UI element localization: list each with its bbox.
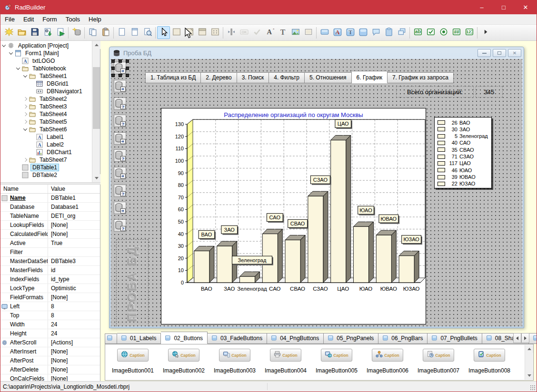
palette-imagebutton004[interactable]: Caption: [270, 349, 301, 362]
palette-tab-02-buttons[interactable]: 02_Buttons: [161, 332, 208, 344]
tree-item-dbtable1[interactable]: DBTable1: [0, 164, 92, 171]
menu-item-file[interactable]: File: [0, 15, 19, 24]
property-row-active[interactable]: ActiveTrue: [0, 239, 100, 248]
property-value[interactable]: DETI_org: [48, 213, 75, 219]
property-value[interactable]: Optimistic: [48, 285, 76, 292]
select-tool-button[interactable]: [157, 26, 170, 39]
palette-tab-01-labels[interactable]: 01_Labels: [117, 333, 161, 344]
hint-button[interactable]: [369, 26, 382, 39]
palette-tab-07-pngbullets[interactable]: 07_PngBullets: [428, 333, 482, 344]
property-row-fieldformats[interactable]: FieldFormats[None]: [0, 293, 100, 302]
selection-handle-1[interactable]: [119, 59, 122, 63]
property-value[interactable]: id: [48, 267, 55, 274]
property-value[interactable]: 24: [48, 330, 57, 337]
palette-imagebutton002[interactable]: Caption: [168, 349, 199, 362]
component-db-query-3[interactable]: ?: [114, 98, 126, 110]
property-row-afterscroll[interactable]: AfterScroll[Actions]: [0, 338, 100, 347]
form-tab-3-поиск[interactable]: 3. Поиск: [237, 72, 269, 83]
menu-item-form[interactable]: Form: [38, 15, 61, 24]
property-row-database[interactable]: DatabaseDatabase1: [0, 203, 100, 212]
tree-item-label2[interactable]: ALabel2: [0, 141, 92, 148]
label-gray-button[interactable]: A″: [263, 26, 276, 39]
property-row-calculatedfields[interactable]: CalculatedFields[None]: [0, 230, 100, 239]
panel-button[interactable]: [170, 26, 183, 39]
property-row-masterfields[interactable]: MasterFieldsid: [0, 266, 100, 275]
form-window-titlebar[interactable]: Проба БД ✕: [109, 47, 524, 59]
page-button[interactable]: [128, 26, 141, 39]
component-db-table-7[interactable]: [114, 167, 126, 179]
tree-item-tabsheet1[interactable]: TabSheet1: [0, 72, 92, 80]
property-row-masterdataset[interactable]: MasterDataSetDBTable3: [0, 257, 100, 266]
component-db-table-2[interactable]: [114, 80, 126, 92]
property-value[interactable]: 8: [48, 312, 54, 319]
property-value[interactable]: [None]: [48, 231, 68, 237]
collapse-chevron[interactable]: [23, 127, 27, 130]
palette-imagebutton005[interactable]: Caption: [321, 349, 352, 362]
label-blue-button[interactable]: A: [331, 26, 344, 39]
collapse-chevron[interactable]: [23, 73, 27, 77]
paste-button[interactable]: [99, 26, 112, 39]
mdi-windows-button[interactable]: [395, 26, 408, 39]
tree-item-tabsheet5[interactable]: TabSheet5: [0, 118, 92, 126]
form-tab-4-фильтр[interactable]: 4. Фильтр: [269, 72, 305, 83]
property-value[interactable]: 24: [48, 321, 57, 328]
palette-imagebutton001[interactable]: Caption: [117, 349, 149, 362]
palette-tab-stub-left[interactable]: [105, 333, 117, 344]
rectangle-button[interactable]: [318, 26, 331, 39]
property-value[interactable]: [None]: [48, 294, 68, 301]
property-value[interactable]: [None]: [48, 366, 68, 373]
roundsquare-button[interactable]: [357, 26, 369, 39]
palette-tab-03-fadebuttons[interactable]: 03_FadeButtons: [208, 333, 267, 344]
watermark-label[interactable]: ПРОБА БД: [116, 239, 149, 326]
tree-item-tabsheet2[interactable]: TabSheet2: [0, 95, 92, 103]
text-blue-button[interactable]: T: [344, 26, 357, 39]
form-tab-7-график-из-запроса[interactable]: 7. График из запроса: [388, 72, 454, 83]
designer-surface[interactable]: ПРОБА БД 1. Таблица из БД2. Дерево3. Пои…: [111, 59, 522, 326]
selection-handle-5[interactable]: [111, 74, 115, 77]
tree-item-dbtable2[interactable]: DBTable2: [0, 171, 92, 179]
tree-item-tabnotebook[interactable]: TabNotebook: [0, 65, 92, 72]
selection-handle-6[interactable]: [119, 74, 122, 77]
summary-label[interactable]: Всего организаций:: [396, 86, 474, 98]
property-row-afterdelete[interactable]: AfterDelete[None]: [0, 365, 100, 374]
property-row-tablename[interactable]: TableNameDETI_org: [0, 212, 100, 221]
component-db-query-6[interactable]: ?: [114, 149, 126, 162]
form-tab-6-график[interactable]: 6. График: [352, 71, 388, 83]
palette-tab-05-pngpanels[interactable]: 05_PngPanels: [324, 333, 378, 344]
palette-scroll-left[interactable]: [513, 333, 521, 343]
property-row-height[interactable]: Height24: [0, 329, 100, 338]
run-button[interactable]: [54, 26, 67, 39]
selection-handle-0[interactable]: [111, 59, 115, 63]
new-project-button[interactable]: [2, 26, 15, 39]
tree-item-dbchart1[interactable]: DBChart1: [0, 148, 92, 156]
palette-imagebutton003[interactable]: Caption: [219, 349, 250, 362]
open-project-button[interactable]: [15, 26, 28, 39]
palette-scroll-right[interactable]: [521, 333, 529, 343]
pagecontrol-button[interactable]: [183, 26, 196, 39]
component-dbtable-selected[interactable]: [114, 62, 126, 74]
property-row-name[interactable]: NameDBTable1: [0, 194, 100, 203]
palette-tab-09-images[interactable]: 09_Images: [529, 333, 537, 344]
property-row-indexfields[interactable]: IndexFieldsid_type: [0, 275, 100, 284]
collapse-chevron[interactable]: [2, 43, 6, 47]
property-row-filter[interactable]: Filter: [0, 248, 100, 257]
property-row-afterinsert[interactable]: AfterInsert[None]: [0, 347, 100, 356]
db-radio-button[interactable]: [437, 26, 450, 39]
build-button[interactable]: [41, 26, 54, 39]
palette-tab-04-pngbuttons[interactable]: 04_PngButtons: [267, 333, 324, 344]
collapse-chevron[interactable]: [16, 66, 20, 69]
selection-handle-4[interactable]: [126, 67, 129, 70]
form-minimize-button[interactable]: [477, 49, 491, 57]
component-db-table-5[interactable]: [114, 132, 126, 145]
palette-tab-06-pngbars[interactable]: 06_PngBars: [378, 333, 428, 344]
bevel-button[interactable]: [302, 26, 315, 39]
resize-grip[interactable]: [530, 385, 536, 391]
property-row-top[interactable]: Top8: [0, 311, 100, 320]
tree-item-form1-main[interactable]: Form1 [Main]: [0, 49, 92, 57]
gridpanel-button[interactable]: [209, 26, 221, 39]
menu-item-tools[interactable]: Tools: [61, 15, 84, 24]
expand-chevron[interactable]: [23, 158, 27, 162]
splitter-button[interactable]: [225, 26, 238, 39]
property-value[interactable]: True: [48, 240, 62, 246]
tree-item-dbnavigator1[interactable]: DBNavigator1: [0, 88, 92, 95]
